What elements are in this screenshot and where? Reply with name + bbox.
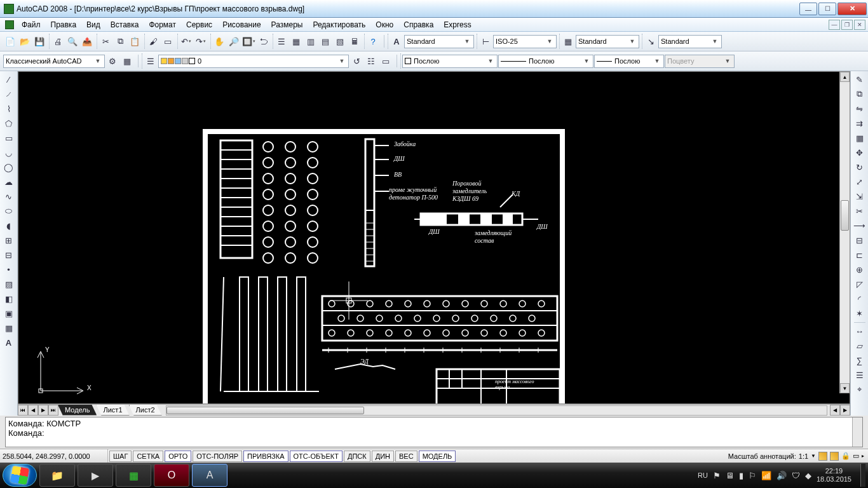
annotation-autoscale-icon[interactable] xyxy=(830,452,839,461)
color-combo[interactable]: Послою▼ xyxy=(402,55,498,68)
properties-button[interactable]: ☰ xyxy=(275,34,288,48)
annotation-scale-value[interactable]: 1:1 xyxy=(799,452,808,460)
rotate-tool[interactable]: ↻ xyxy=(853,160,867,174)
region-massprop-tool[interactable]: ∑ xyxy=(853,353,867,367)
coordinate-display[interactable]: 258.5044, 248.2997, 0.0000 xyxy=(0,449,108,463)
help-button[interactable]: ? xyxy=(366,34,380,48)
status-toggle-отс-объект[interactable]: ОТС-ОБЪЕКТ xyxy=(290,451,342,462)
menu-insert[interactable]: Вставка xyxy=(105,19,144,30)
menu-dimension[interactable]: Размеры xyxy=(266,19,308,30)
drawing-area[interactable]: Y X xyxy=(18,71,850,404)
status-toggle-сетка[interactable]: СЕТКА xyxy=(133,451,163,462)
save-button[interactable]: 💾 xyxy=(32,34,46,48)
mdi-close-button[interactable]: ✕ xyxy=(854,20,865,30)
tab-nav-prev[interactable]: ◀ xyxy=(28,405,38,416)
plot-preview-button[interactable]: 🔍 xyxy=(65,34,79,48)
menu-express[interactable]: Express xyxy=(438,19,476,30)
dim-style-combo[interactable]: ISO-25▼ xyxy=(493,35,557,48)
arc-tool[interactable]: ◡ xyxy=(2,146,16,159)
layer-previous-button[interactable]: ↺ xyxy=(349,54,363,68)
tray-volume-icon[interactable]: 🔊 xyxy=(776,471,787,480)
tray-action-center-icon[interactable]: ⚐ xyxy=(749,471,756,480)
dim-style-icon[interactable]: ⊢ xyxy=(478,34,492,48)
status-tray-icon[interactable]: ▭ xyxy=(853,452,859,460)
copy-tool[interactable]: ⧉ xyxy=(853,87,867,101)
quickcalc-button[interactable]: 🖩 xyxy=(348,34,362,48)
cut-button[interactable]: ✂ xyxy=(98,34,112,48)
status-toggle-отс-поляр[interactable]: ОТС-ПОЛЯР xyxy=(193,451,242,462)
text-style-combo[interactable]: Standard▼ xyxy=(404,35,474,48)
tray-shield-icon[interactable]: 🛡 xyxy=(792,471,800,480)
zoom-previous-button[interactable]: ⮌ xyxy=(256,34,270,48)
id-tool[interactable]: ⌖ xyxy=(853,383,867,396)
insert-block-tool[interactable]: ⊞ xyxy=(2,233,16,247)
fillet-tool[interactable]: ◜ xyxy=(853,292,867,306)
status-toggle-шаг[interactable]: ШАГ xyxy=(109,451,132,462)
command-scrollbar[interactable] xyxy=(852,417,862,447)
layout-tab-1[interactable]: Лист1 xyxy=(96,405,129,416)
spline-tool[interactable]: ∿ xyxy=(2,189,16,203)
design-center-button[interactable]: ▦ xyxy=(289,34,303,48)
menu-view[interactable]: Вид xyxy=(81,19,105,30)
pline-tool[interactable]: ⌇ xyxy=(2,102,16,116)
sheet-set-button[interactable]: ▤ xyxy=(318,34,332,48)
layout-tab-2[interactable]: Лист2 xyxy=(129,405,162,416)
rectangle-tool[interactable]: ▭ xyxy=(2,131,16,145)
menu-file[interactable]: Файл xyxy=(17,19,46,30)
excel-taskbar-button[interactable]: ▦ xyxy=(116,464,151,487)
hscroll-right[interactable]: ▶ xyxy=(840,405,850,416)
line-tool[interactable]: ∕ xyxy=(2,72,16,86)
command-window[interactable]: Команда: КОМСТР Команда: xyxy=(5,417,863,447)
start-button[interactable] xyxy=(3,464,37,487)
break-tool[interactable]: ⊏ xyxy=(853,248,867,262)
maximize-button[interactable] xyxy=(818,3,836,15)
chamfer-tool[interactable]: ◸ xyxy=(853,277,867,291)
stretch-tool[interactable]: ⇲ xyxy=(853,189,867,203)
status-toggle-вес[interactable]: ВЕС xyxy=(395,451,417,462)
close-button[interactable] xyxy=(837,3,867,15)
array-tool[interactable]: ▦ xyxy=(853,131,867,145)
tab-nav-first[interactable]: ⏮ xyxy=(18,405,28,416)
tab-nav-next[interactable]: ▶ xyxy=(38,405,48,416)
taskbar-clock[interactable]: 22:19 18.03.2015 xyxy=(817,467,855,484)
publish-button[interactable]: 📤 xyxy=(80,34,94,48)
hatch-tool[interactable]: ▨ xyxy=(2,277,16,291)
hscroll-left[interactable]: ◀ xyxy=(830,405,840,416)
table-style-icon[interactable]: ▦ xyxy=(561,34,575,48)
ellipse-tool[interactable]: ⬭ xyxy=(2,204,16,218)
match-props-button[interactable]: 🖌 xyxy=(146,34,160,48)
scale-tool[interactable]: ⤢ xyxy=(853,175,867,189)
menu-help[interactable]: Справка xyxy=(398,19,438,30)
xline-tool[interactable]: ⟋ xyxy=(2,87,16,101)
circle-tool[interactable]: ◯ xyxy=(2,160,16,174)
linetype-combo[interactable]: Послою▼ xyxy=(498,55,593,68)
tab-nav-last[interactable]: ⏭ xyxy=(48,405,58,416)
revcloud-tool[interactable]: ☁ xyxy=(2,175,16,189)
area-tool[interactable]: ▱ xyxy=(853,339,867,353)
explode-tool[interactable]: ✶ xyxy=(853,306,867,320)
status-toggle-привязка[interactable]: ПРИВЯЗКА xyxy=(243,451,288,462)
horizontal-scrollbar[interactable] xyxy=(166,405,827,416)
layer-combo[interactable]: 0 ▼ xyxy=(158,55,349,68)
tool-palettes-button[interactable]: ▥ xyxy=(304,34,318,48)
opera-taskbar-button[interactable]: O xyxy=(154,464,189,487)
point-tool[interactable]: • xyxy=(2,262,16,276)
minimize-button[interactable] xyxy=(799,3,817,15)
layer-states-button[interactable]: ☷ xyxy=(364,54,378,68)
gradient-tool[interactable]: ◧ xyxy=(2,292,16,306)
ellipse-arc-tool[interactable]: ◖ xyxy=(2,219,16,233)
media-player-taskbar-button[interactable]: ▶ xyxy=(78,464,113,487)
status-lock-icon[interactable]: 🔒 xyxy=(841,452,850,460)
menu-draw[interactable]: Рисование xyxy=(217,19,266,30)
tray-battery-icon[interactable]: ▮ xyxy=(739,471,743,480)
tray-flag-icon[interactable]: ⚑ xyxy=(713,471,721,480)
open-button[interactable]: 📂 xyxy=(18,34,32,48)
mtext-tool[interactable]: A xyxy=(2,336,16,349)
polygon-tool[interactable]: ⬠ xyxy=(2,116,16,130)
status-toggle-модель[interactable]: МОДЕЛЬ xyxy=(419,451,456,462)
paste-button[interactable]: 📋 xyxy=(128,34,142,48)
markup-button[interactable]: ▧ xyxy=(333,34,347,48)
move-tool[interactable]: ✥ xyxy=(853,146,867,159)
make-block-tool[interactable]: ⊟ xyxy=(2,248,16,262)
list-tool[interactable]: ☰ xyxy=(853,368,867,382)
